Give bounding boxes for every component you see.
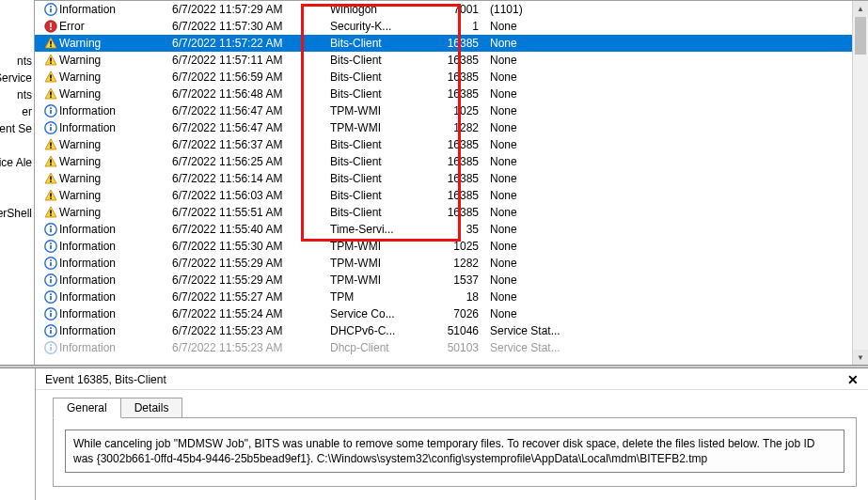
cell-eventid: 1025 <box>441 102 490 119</box>
cell-level: Warning <box>59 136 172 153</box>
cell-eventid: 16385 <box>441 187 490 204</box>
warning-icon <box>42 138 59 151</box>
event-row[interactable]: Warning6/7/2022 11:56:03 AMBits-Client16… <box>35 187 868 204</box>
scroll-track[interactable] <box>853 17 868 350</box>
cell-eventid: 7001 <box>441 1 490 18</box>
cell-source: Bits-Client <box>330 187 441 204</box>
cell-source: Bits-Client <box>330 153 441 170</box>
scroll-up-button[interactable]: ▲ <box>853 1 868 17</box>
cell-task: None <box>490 69 868 86</box>
event-row[interactable]: Information6/7/2022 11:56:47 AMTPM-WMI10… <box>35 102 868 119</box>
cell-task: None <box>490 170 868 187</box>
tree-item-fragment[interactable]: nts <box>15 53 32 70</box>
tree-item-fragment[interactable]: nent Se <box>0 120 32 137</box>
event-row[interactable]: Information6/7/2022 11:55:24 AMService C… <box>35 305 868 322</box>
cell-task: Service Stat... <box>490 339 868 356</box>
event-row[interactable]: Information6/7/2022 11:55:23 AMDhcp-Clie… <box>35 339 868 356</box>
event-row[interactable]: Error6/7/2022 11:57:30 AMSecurity-K...1N… <box>35 18 868 35</box>
cell-source: DHCPv6-C... <box>330 322 441 339</box>
cell-eventid: 16385 <box>441 35 490 52</box>
vertical-scrollbar[interactable]: ▲ ▼ <box>852 1 868 365</box>
cell-task: None <box>490 86 868 102</box>
cell-task: None <box>490 255 868 272</box>
event-row[interactable]: Information6/7/2022 11:55:29 AMTPM-WMI12… <box>35 255 868 272</box>
event-row[interactable]: Information6/7/2022 11:55:30 AMTPM-WMI10… <box>35 238 868 255</box>
cell-eventid: 16385 <box>441 86 490 102</box>
cell-eventid: 7026 <box>441 305 490 322</box>
cell-level: Warning <box>59 52 172 69</box>
event-row[interactable]: Warning6/7/2022 11:55:51 AMBits-Client16… <box>35 204 868 221</box>
cell-task: None <box>490 238 868 255</box>
tab-details[interactable]: Details <box>120 398 183 418</box>
event-row[interactable]: Information6/7/2022 11:57:29 AMWinlogon7… <box>35 1 868 18</box>
event-row[interactable]: Warning6/7/2022 11:57:11 AMBits-Client16… <box>35 52 868 69</box>
event-row[interactable]: Information6/7/2022 11:55:29 AMTPM-WMI15… <box>35 272 868 289</box>
event-row[interactable]: Warning6/7/2022 11:56:59 AMBits-Client16… <box>35 69 868 86</box>
warning-icon <box>42 155 59 168</box>
cell-task: None <box>490 305 868 322</box>
tab-content: While canceling job "MDMSW Job", BITS wa… <box>53 417 857 487</box>
event-row[interactable]: Information6/7/2022 11:56:47 AMTPM-WMI12… <box>35 119 868 136</box>
info-icon <box>42 104 59 117</box>
cell-eventid: 1282 <box>441 255 490 272</box>
event-row[interactable]: Warning6/7/2022 11:56:25 AMBits-Client16… <box>35 153 868 170</box>
scroll-thumb[interactable] <box>855 17 866 55</box>
cell-date: 6/7/2022 11:57:29 AM <box>172 1 330 18</box>
cell-date: 6/7/2022 11:57:11 AM <box>172 52 330 69</box>
cell-source: Time-Servi... <box>330 221 441 238</box>
cell-eventid: 18 <box>441 289 490 305</box>
event-list: Information6/7/2022 11:57:29 AMWinlogon7… <box>35 0 868 365</box>
tree-item-fragment[interactable]: erShell <box>0 205 32 222</box>
cell-date: 6/7/2022 11:55:23 AM <box>172 339 330 356</box>
cell-level: Information <box>59 272 172 289</box>
event-row[interactable]: Information6/7/2022 11:55:40 AMTime-Serv… <box>35 221 868 238</box>
cell-level: Error <box>59 18 172 35</box>
cell-level: Information <box>59 339 172 356</box>
warning-icon <box>42 37 59 50</box>
cell-date: 6/7/2022 11:56:03 AM <box>172 187 330 204</box>
cell-date: 6/7/2022 11:56:47 AM <box>172 102 330 119</box>
cell-source: Bits-Client <box>330 35 441 52</box>
warning-icon <box>42 172 59 185</box>
info-icon <box>42 290 59 304</box>
event-row[interactable]: Information6/7/2022 11:55:23 AMDHCPv6-C.… <box>35 322 868 339</box>
cell-level: Warning <box>59 170 172 187</box>
cell-date: 6/7/2022 11:57:22 AM <box>172 35 330 52</box>
cell-eventid: 16385 <box>441 52 490 69</box>
cell-task: None <box>490 187 868 204</box>
warning-icon <box>42 87 59 101</box>
cell-source: Dhcp-Client <box>330 339 441 356</box>
cell-source: TPM-WMI <box>330 255 441 272</box>
cell-level: Information <box>59 119 172 136</box>
cell-task: None <box>490 136 868 153</box>
info-icon <box>42 324 59 337</box>
cell-source: TPM-WMI <box>330 238 441 255</box>
cell-task: Service Stat... <box>490 322 868 339</box>
scroll-down-button[interactable]: ▼ <box>853 350 868 365</box>
info-icon <box>42 121 59 134</box>
cell-eventid: 1025 <box>441 238 490 255</box>
event-row[interactable]: Information6/7/2022 11:55:27 AMTPM18None <box>35 289 868 305</box>
cell-date: 6/7/2022 11:55:24 AM <box>172 305 330 322</box>
cell-source: Bits-Client <box>330 170 441 187</box>
warning-icon <box>42 70 59 84</box>
tree-item-fragment[interactable]: er <box>20 103 32 120</box>
cell-eventid: 51046 <box>441 322 490 339</box>
cell-level: Information <box>59 221 172 238</box>
warning-icon <box>42 206 59 219</box>
tree-item-fragment[interactable]: Service <box>0 70 32 86</box>
info-icon <box>42 240 59 253</box>
event-row[interactable]: Warning6/7/2022 11:56:37 AMBits-Client16… <box>35 136 868 153</box>
tree-item-fragment[interactable]: nts <box>15 86 32 103</box>
tree-item-fragment[interactable]: ice Ale <box>0 154 32 171</box>
event-row[interactable]: Warning6/7/2022 11:56:14 AMBits-Client16… <box>35 170 868 187</box>
cell-task: None <box>490 102 868 119</box>
event-row[interactable]: Warning6/7/2022 11:57:22 AMBits-Client16… <box>35 35 868 52</box>
close-icon[interactable]: ✕ <box>844 372 862 387</box>
event-row[interactable]: Warning6/7/2022 11:56:48 AMBits-Client16… <box>35 86 868 102</box>
cell-date: 6/7/2022 11:55:30 AM <box>172 238 330 255</box>
tab-general[interactable]: General <box>53 398 121 418</box>
cell-eventid: 16385 <box>441 204 490 221</box>
cell-level: Information <box>59 1 172 18</box>
cell-source: Bits-Client <box>330 86 441 102</box>
